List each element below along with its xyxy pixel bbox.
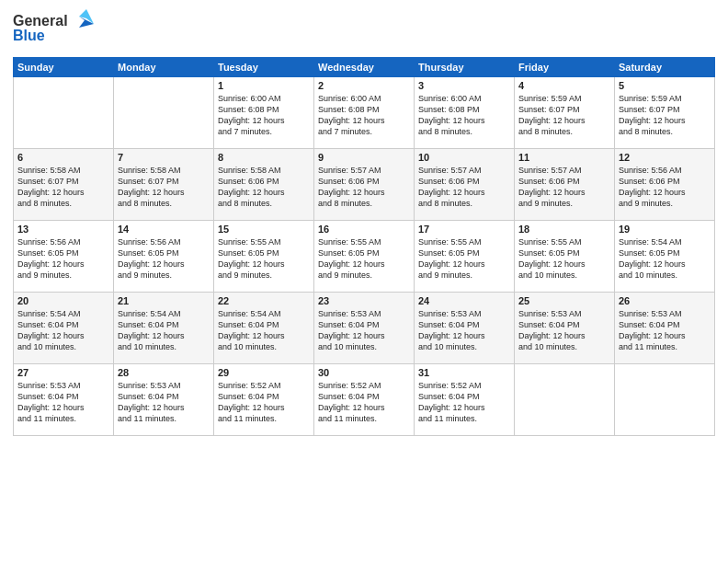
calendar-cell: 8Sunrise: 5:58 AM Sunset: 6:06 PM Daylig… bbox=[214, 149, 314, 221]
calendar-cell: 16Sunrise: 5:55 AM Sunset: 6:05 PM Dayli… bbox=[314, 221, 415, 293]
cell-info: Sunrise: 5:54 AM Sunset: 6:04 PM Dayligh… bbox=[17, 308, 109, 353]
cell-info: Sunrise: 6:00 AM Sunset: 6:08 PM Dayligh… bbox=[418, 93, 510, 138]
calendar-cell: 1Sunrise: 6:00 AM Sunset: 6:08 PM Daylig… bbox=[214, 77, 314, 149]
cell-info: Sunrise: 5:56 AM Sunset: 6:06 PM Dayligh… bbox=[619, 165, 711, 210]
cell-info: Sunrise: 5:57 AM Sunset: 6:06 PM Dayligh… bbox=[418, 165, 510, 210]
day-number: 16 bbox=[318, 224, 410, 235]
calendar-cell: 9Sunrise: 5:57 AM Sunset: 6:06 PM Daylig… bbox=[314, 149, 415, 221]
day-number: 23 bbox=[318, 295, 410, 306]
weekday-header-thursday: Thursday bbox=[415, 58, 515, 77]
cell-info: Sunrise: 5:53 AM Sunset: 6:04 PM Dayligh… bbox=[418, 308, 510, 353]
calendar-cell: 5Sunrise: 5:59 AM Sunset: 6:07 PM Daylig… bbox=[615, 77, 715, 149]
calendar-cell: 6Sunrise: 5:58 AM Sunset: 6:07 PM Daylig… bbox=[14, 149, 114, 221]
day-number: 27 bbox=[17, 367, 109, 378]
day-number: 11 bbox=[518, 152, 610, 163]
svg-text:General: General bbox=[13, 13, 68, 29]
cell-info: Sunrise: 5:52 AM Sunset: 6:04 PM Dayligh… bbox=[218, 380, 310, 425]
calendar-cell: 10Sunrise: 5:57 AM Sunset: 6:06 PM Dayli… bbox=[415, 149, 515, 221]
weekday-header-tuesday: Tuesday bbox=[214, 58, 314, 77]
calendar-cell: 18Sunrise: 5:55 AM Sunset: 6:05 PM Dayli… bbox=[515, 221, 615, 293]
calendar-table: SundayMondayTuesdayWednesdayThursdayFrid… bbox=[13, 57, 715, 436]
weekday-header-friday: Friday bbox=[515, 58, 615, 77]
calendar-cell: 24Sunrise: 5:53 AM Sunset: 6:04 PM Dayli… bbox=[415, 293, 515, 364]
calendar-cell bbox=[114, 77, 214, 149]
day-number: 17 bbox=[418, 224, 510, 235]
day-number: 29 bbox=[218, 367, 310, 378]
calendar-row-1: 6Sunrise: 5:58 AM Sunset: 6:07 PM Daylig… bbox=[14, 149, 715, 221]
logo-text: General Blue bbox=[13, 9, 96, 52]
day-number: 19 bbox=[619, 224, 711, 235]
calendar-cell: 19Sunrise: 5:54 AM Sunset: 6:05 PM Dayli… bbox=[615, 221, 715, 293]
cell-info: Sunrise: 5:53 AM Sunset: 6:04 PM Dayligh… bbox=[518, 308, 610, 353]
day-number: 28 bbox=[118, 367, 210, 378]
day-number: 26 bbox=[619, 295, 711, 306]
weekday-header-row: SundayMondayTuesdayWednesdayThursdayFrid… bbox=[14, 58, 715, 77]
calendar-cell: 3Sunrise: 6:00 AM Sunset: 6:08 PM Daylig… bbox=[415, 77, 515, 149]
cell-info: Sunrise: 6:00 AM Sunset: 6:08 PM Dayligh… bbox=[318, 93, 410, 138]
calendar-cell: 4Sunrise: 5:59 AM Sunset: 6:07 PM Daylig… bbox=[515, 77, 615, 149]
calendar-cell: 25Sunrise: 5:53 AM Sunset: 6:04 PM Dayli… bbox=[515, 293, 615, 364]
weekday-header-wednesday: Wednesday bbox=[314, 58, 415, 77]
calendar-cell: 15Sunrise: 5:55 AM Sunset: 6:05 PM Dayli… bbox=[214, 221, 314, 293]
calendar-cell: 21Sunrise: 5:54 AM Sunset: 6:04 PM Dayli… bbox=[114, 293, 214, 364]
day-number: 13 bbox=[17, 224, 109, 235]
day-number: 8 bbox=[218, 152, 310, 163]
calendar-cell: 14Sunrise: 5:56 AM Sunset: 6:05 PM Dayli… bbox=[114, 221, 214, 293]
day-number: 25 bbox=[518, 295, 610, 306]
cell-info: Sunrise: 5:54 AM Sunset: 6:04 PM Dayligh… bbox=[118, 308, 210, 353]
cell-info: Sunrise: 6:00 AM Sunset: 6:08 PM Dayligh… bbox=[218, 93, 310, 138]
calendar-cell: 26Sunrise: 5:53 AM Sunset: 6:04 PM Dayli… bbox=[615, 293, 715, 364]
cell-info: Sunrise: 5:53 AM Sunset: 6:04 PM Dayligh… bbox=[318, 308, 410, 353]
cell-info: Sunrise: 5:53 AM Sunset: 6:04 PM Dayligh… bbox=[619, 308, 711, 353]
calendar-cell: 12Sunrise: 5:56 AM Sunset: 6:06 PM Dayli… bbox=[615, 149, 715, 221]
day-number: 10 bbox=[418, 152, 510, 163]
cell-info: Sunrise: 5:58 AM Sunset: 6:06 PM Dayligh… bbox=[218, 165, 310, 210]
day-number: 2 bbox=[318, 80, 410, 91]
weekday-header-monday: Monday bbox=[114, 58, 214, 77]
day-number: 18 bbox=[518, 224, 610, 235]
day-number: 24 bbox=[418, 295, 510, 306]
calendar-cell: 31Sunrise: 5:52 AM Sunset: 6:04 PM Dayli… bbox=[415, 364, 515, 436]
day-number: 6 bbox=[17, 152, 109, 163]
logo: General Blue bbox=[13, 9, 96, 52]
calendar-cell: 28Sunrise: 5:53 AM Sunset: 6:04 PM Dayli… bbox=[114, 364, 214, 436]
header: General Blue bbox=[13, 9, 715, 52]
day-number: 31 bbox=[418, 367, 510, 378]
cell-info: Sunrise: 5:56 AM Sunset: 6:05 PM Dayligh… bbox=[17, 236, 109, 282]
calendar-cell: 27Sunrise: 5:53 AM Sunset: 6:04 PM Dayli… bbox=[14, 364, 114, 436]
cell-info: Sunrise: 5:58 AM Sunset: 6:07 PM Dayligh… bbox=[17, 165, 109, 210]
svg-text:Blue: Blue bbox=[13, 28, 45, 43]
calendar-cell: 17Sunrise: 5:55 AM Sunset: 6:05 PM Dayli… bbox=[415, 221, 515, 293]
day-number: 4 bbox=[518, 80, 610, 91]
weekday-header-sunday: Sunday bbox=[14, 58, 114, 77]
cell-info: Sunrise: 5:52 AM Sunset: 6:04 PM Dayligh… bbox=[418, 380, 510, 425]
day-number: 7 bbox=[118, 152, 210, 163]
calendar-cell: 11Sunrise: 5:57 AM Sunset: 6:06 PM Dayli… bbox=[515, 149, 615, 221]
calendar-cell: 13Sunrise: 5:56 AM Sunset: 6:05 PM Dayli… bbox=[14, 221, 114, 293]
calendar-cell: 29Sunrise: 5:52 AM Sunset: 6:04 PM Dayli… bbox=[214, 364, 314, 436]
cell-info: Sunrise: 5:59 AM Sunset: 6:07 PM Dayligh… bbox=[619, 93, 711, 138]
cell-info: Sunrise: 5:55 AM Sunset: 6:05 PM Dayligh… bbox=[318, 236, 410, 282]
day-number: 21 bbox=[118, 295, 210, 306]
calendar-row-4: 27Sunrise: 5:53 AM Sunset: 6:04 PM Dayli… bbox=[14, 364, 715, 436]
day-number: 5 bbox=[619, 80, 711, 91]
day-number: 15 bbox=[218, 224, 310, 235]
calendar-cell: 23Sunrise: 5:53 AM Sunset: 6:04 PM Dayli… bbox=[314, 293, 415, 364]
calendar-cell: 20Sunrise: 5:54 AM Sunset: 6:04 PM Dayli… bbox=[14, 293, 114, 364]
day-number: 20 bbox=[17, 295, 109, 306]
day-number: 14 bbox=[118, 224, 210, 235]
cell-info: Sunrise: 5:55 AM Sunset: 6:05 PM Dayligh… bbox=[518, 236, 610, 282]
page: General Blue SundayMondayTuesdayWednesda… bbox=[0, 0, 728, 563]
calendar-cell bbox=[615, 364, 715, 436]
calendar-cell bbox=[515, 364, 615, 436]
day-number: 22 bbox=[218, 295, 310, 306]
calendar-cell bbox=[14, 77, 114, 149]
cell-info: Sunrise: 5:57 AM Sunset: 6:06 PM Dayligh… bbox=[518, 165, 610, 210]
day-number: 3 bbox=[418, 80, 510, 91]
calendar-cell: 2Sunrise: 6:00 AM Sunset: 6:08 PM Daylig… bbox=[314, 77, 415, 149]
cell-info: Sunrise: 5:55 AM Sunset: 6:05 PM Dayligh… bbox=[418, 236, 510, 282]
calendar-cell: 22Sunrise: 5:54 AM Sunset: 6:04 PM Dayli… bbox=[214, 293, 314, 364]
calendar-cell: 30Sunrise: 5:52 AM Sunset: 6:04 PM Dayli… bbox=[314, 364, 415, 436]
cell-info: Sunrise: 5:59 AM Sunset: 6:07 PM Dayligh… bbox=[518, 93, 610, 138]
calendar-cell: 7Sunrise: 5:58 AM Sunset: 6:07 PM Daylig… bbox=[114, 149, 214, 221]
